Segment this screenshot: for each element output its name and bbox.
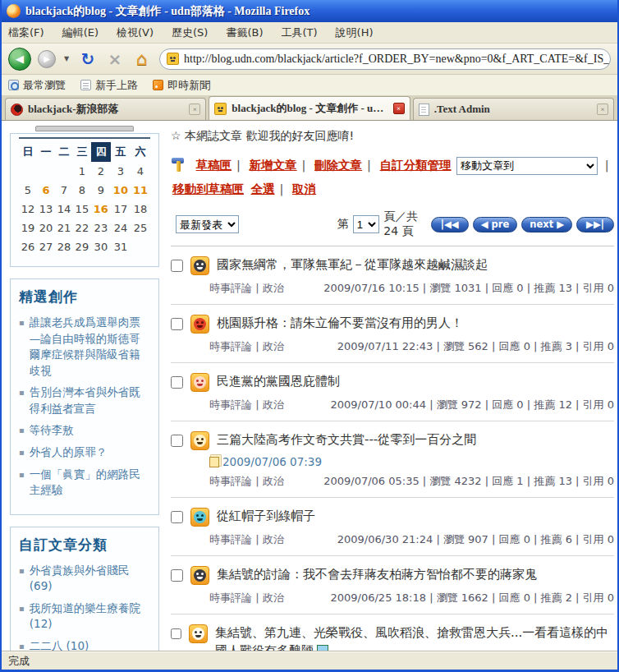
article-category[interactable]: 時事評論 | 政治 xyxy=(209,532,284,547)
manage-categories-link[interactable]: 自訂分類管理 xyxy=(380,159,452,172)
calendar-day: 1 xyxy=(73,162,91,181)
calendar-day: 12 xyxy=(19,200,37,219)
tab-label: blackjack的blog - 文章創作 - ud… xyxy=(232,101,387,116)
article-title-link[interactable]: 集結號的討論：我不會去拜蔣友柏蔣方智怡都不要的蔣家鬼 xyxy=(217,566,537,584)
bookmark-getting-started[interactable]: 新手上路 xyxy=(80,78,138,93)
select-all-link[interactable]: 全選 xyxy=(251,182,275,196)
menu-edit[interactable]: 編輯(E) xyxy=(62,25,99,40)
bookmark-most-visited[interactable]: 最常瀏覽 xyxy=(8,78,66,93)
menu-tools[interactable]: 工具(T) xyxy=(282,25,318,40)
menu-view[interactable]: 檢視(V) xyxy=(117,25,154,40)
article-checkbox[interactable] xyxy=(171,376,183,389)
back-button[interactable]: ◀ xyxy=(8,48,31,71)
article-category[interactable]: 時事評論 | 政治 xyxy=(209,474,284,489)
article-row: 桃園縣升格：請朱立倫不要當沒有用的男人！ 時事評論 | 政治2009/07/11… xyxy=(171,305,614,363)
url-text[interactable]: http://blog.udn.com/blackjack/article?f_… xyxy=(184,53,611,66)
status-bar: 完成 xyxy=(2,651,617,670)
close-icon[interactable]: × xyxy=(189,104,200,115)
first-page-button[interactable]: |◀◀ xyxy=(431,217,469,232)
article-checkbox[interactable] xyxy=(171,511,183,523)
calendar-day-post[interactable]: 11 xyxy=(131,181,150,200)
cancel-link[interactable]: 取消 xyxy=(292,182,316,196)
featured-link[interactable]: 誰讓老兵成爲選舉肉票—論自由時報的斯德哥爾摩症候群與階級省籍歧視 xyxy=(30,315,150,379)
article-checkbox[interactable] xyxy=(171,260,183,272)
page-selector-group: 第 1 頁／共 24 頁 xyxy=(337,209,431,239)
calendar-day: 3 xyxy=(111,162,131,181)
featured-link[interactable]: 一個「眞實」的網路民主經驗 xyxy=(30,467,150,499)
delete-article-link[interactable]: 刪除文章 xyxy=(314,159,362,172)
scheduled-post-link[interactable]: 2009/07/06 07:39 xyxy=(222,455,322,468)
article-title-link[interactable]: 桃園縣升格：請朱立倫不要當沒有用的男人！ xyxy=(217,315,463,333)
calendar-day-post[interactable]: 16 xyxy=(91,200,111,219)
page-prefix-label: 第 xyxy=(337,217,349,232)
featured-link[interactable]: 告別台灣本省與外省既得利益者宣言 xyxy=(30,384,150,417)
tab-text-admin[interactable]: .Text Admin × xyxy=(413,98,614,120)
bookmark-latest-news[interactable]: 即時新聞 xyxy=(153,78,210,93)
sidebar: 日 一 二 三 四 五 六 1 2 3 xyxy=(10,126,159,651)
close-icon[interactable]: × xyxy=(597,104,608,115)
featured-link[interactable]: 外省人的原罪？ xyxy=(30,444,108,461)
calendar-day xyxy=(37,162,55,181)
menu-bookmarks[interactable]: 書籤(B) xyxy=(226,25,263,40)
article-title-link[interactable]: 三篇大陸高考作文奇文共賞---從零到一百分之間 xyxy=(217,431,476,449)
tab-udn-blog-active[interactable]: blackjack的blog - 文章創作 - ud… × xyxy=(209,96,410,120)
calendar-day: 9 xyxy=(91,181,111,200)
page-icon xyxy=(80,80,91,90)
article-category[interactable]: 時事評論 | 政治 xyxy=(209,281,284,296)
url-bar[interactable]: http://blog.udn.com/blackjack/article?f_… xyxy=(159,48,611,70)
article-checkbox[interactable] xyxy=(171,435,183,447)
article-checkbox[interactable] xyxy=(171,318,183,330)
custom-categories-title: 自訂文章分類 xyxy=(19,536,150,555)
article-row: 集結號的討論：我不會去拜蔣友柏蔣方智怡都不要的蔣家鬼 時事評論 | 政治2009… xyxy=(171,556,614,614)
move-article-select[interactable]: 移動文章到 xyxy=(456,157,598,175)
admin-toolbar: 草稿匣| 新增文章| 刪除文章| 自訂分類管理 移動文章到 | 移動到草稿匣 全… xyxy=(171,154,614,201)
list-item: ▪一個「眞實」的網路民主經驗 xyxy=(19,467,150,499)
menu-help[interactable]: 說明(H) xyxy=(336,25,374,40)
home-button[interactable]: ⌂ xyxy=(131,48,153,69)
article-title-link[interactable]: 國家無綱常，軍隊無軍紀－從軍隊越來越鹹濕談起 xyxy=(217,256,488,274)
custom-categories-box: 自訂文章分類 ▪外省貴族與外省賤民 (69) ▪我所知道的樂生療養院 (12) … xyxy=(10,527,159,651)
history-dropdown-icon[interactable]: ▼ xyxy=(62,55,71,62)
list-item: ▪外省人的原罪？ xyxy=(19,444,150,461)
article-category[interactable]: 時事評論 | 政治 xyxy=(209,339,284,354)
bookmark-label: 最常瀏覽 xyxy=(23,78,66,93)
calendar-day-post[interactable]: 10 xyxy=(111,181,131,200)
angry-red-face-icon xyxy=(190,315,209,334)
article-title-link[interactable]: 集結號、第九連、光榮戰役、風吹稻浪、搶救雷恩大兵...一看看這樣的中國人戰役有多… xyxy=(215,624,614,651)
calendar-day-post[interactable]: 6 xyxy=(37,181,55,200)
stop-button[interactable]: × xyxy=(105,49,125,69)
article-category[interactable]: 時事評論 | 政治 xyxy=(209,591,284,605)
article-checkbox[interactable] xyxy=(171,628,181,640)
window-title: blackjack的blog - 文章創作 - udn部落格 - Mozilla… xyxy=(25,4,310,19)
hammer-icon xyxy=(171,157,187,172)
new-article-link[interactable]: 新增文章 xyxy=(250,159,297,172)
category-link[interactable]: 我所知道的樂生療養院 (12) xyxy=(30,601,150,633)
calendar-day: 31 xyxy=(111,237,131,256)
forward-button[interactable]: ▶ xyxy=(38,50,56,68)
article-checkbox[interactable] xyxy=(171,569,183,582)
article-category[interactable]: 時事評論 | 政治 xyxy=(209,398,284,412)
menu-history[interactable]: 歷史(S) xyxy=(172,25,208,40)
menu-file[interactable]: 檔案(F) xyxy=(8,25,44,40)
category-link[interactable]: 外省貴族與外省賤民 (69) xyxy=(30,563,150,595)
calendar-day: 14 xyxy=(55,200,73,219)
last-page-button[interactable]: ▶▶| xyxy=(576,217,614,232)
prev-page-button[interactable]: ◀ pre xyxy=(473,217,518,232)
page-number-select[interactable]: 1 xyxy=(353,215,380,233)
drafts-link[interactable]: 草稿匣 xyxy=(196,159,232,172)
calendar-day: 18 xyxy=(131,200,150,219)
list-item: ▪誰讓老兵成爲選舉肉票—論自由時報的斯德哥爾摩症候群與階級省籍歧視 xyxy=(19,315,150,379)
article-manager: ☆ 本網誌文章 歡迎我的好友回應唷! 草稿匣| 新增文章| 刪除文章| 自訂分類… xyxy=(171,126,617,651)
close-icon[interactable]: × xyxy=(393,103,405,114)
reload-button[interactable]: ↻ xyxy=(77,49,99,69)
sort-order-select[interactable]: 最新發表 xyxy=(176,215,239,233)
featured-link[interactable]: 等待李敖 xyxy=(30,422,74,439)
tab-sina-blog[interactable]: blackjack-新浪部落 × xyxy=(5,98,206,120)
udn-robot-favicon xyxy=(167,53,179,65)
article-row: 國家無綱常，軍隊無軍紀－從軍隊越來越鹹濕談起 時事評論 | 政治2009/07/… xyxy=(171,246,614,305)
article-title-link[interactable]: 民進黨的黨國恩庇體制 xyxy=(217,373,340,391)
category-link[interactable]: 二二八 (10) xyxy=(30,638,89,651)
move-to-draft-link[interactable]: 移動到草稿匣 xyxy=(172,182,244,196)
next-page-button[interactable]: next ▶ xyxy=(521,217,572,232)
article-title-link[interactable]: 從紅帽子到綠帽子 xyxy=(217,508,315,526)
